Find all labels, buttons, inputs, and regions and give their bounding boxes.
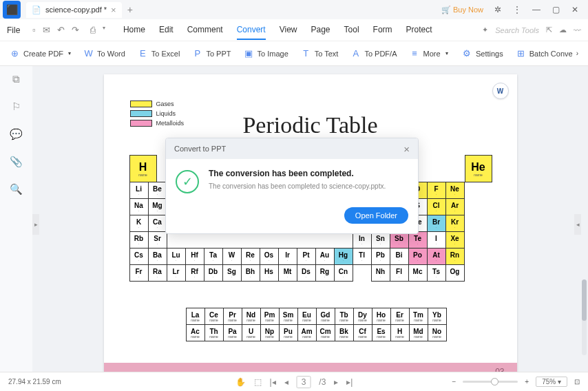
create-pdf-button[interactable]: ⊕Create PDF▾	[8, 45, 72, 61]
element-H: Hname	[129, 155, 157, 182]
close-tab-icon[interactable]: ×	[111, 5, 116, 15]
lanthanide-block: LanameCenamePrnameNdnamePmnameSmnameEuna…	[187, 308, 447, 341]
more-button[interactable]: ≡More▾	[408, 45, 449, 61]
element-Ir: Ir·	[278, 248, 297, 265]
batch-convert-button[interactable]: ⊞Batch Conve›	[514, 45, 580, 61]
zoom-thumb[interactable]	[491, 378, 498, 385]
help-icon[interactable]: 〰	[574, 26, 581, 34]
document-tab[interactable]: 📄 science-copy.pdf * ×	[26, 2, 122, 18]
save-icon[interactable]: ▫	[32, 25, 36, 35]
page-number: 03	[495, 367, 504, 372]
menu-convert[interactable]: Convert	[237, 21, 266, 40]
menu-tool[interactable]: Tool	[344, 21, 359, 40]
element-Gd: Gdname	[316, 308, 335, 325]
menu-comment[interactable]: Comment	[187, 21, 223, 40]
open-folder-button[interactable]: Open Folder	[344, 207, 408, 224]
zoom-slider[interactable]	[463, 381, 518, 383]
toolbar: ⊕Create PDF▾ WTo Word ETo Excel PTo PPT …	[0, 41, 588, 66]
element-Nd: Ndname	[242, 308, 261, 325]
page-footer: 03	[104, 363, 517, 372]
element-Kr: Kr·	[445, 215, 465, 232]
element-Mc: Mc·	[408, 264, 428, 282]
page-input[interactable]: 3	[297, 376, 311, 388]
element-Sm: Smname	[279, 308, 298, 325]
element-Tl: Tl·	[353, 248, 372, 265]
last-page-icon[interactable]: ▸|	[346, 377, 353, 387]
pdf-icon: 📄	[32, 6, 41, 14]
search-tools-input[interactable]: Search Tools	[495, 26, 539, 34]
hand-tool-icon[interactable]: ✋	[235, 377, 246, 387]
element-Os: Os·	[260, 248, 279, 265]
element-Rf: Rf·	[185, 264, 204, 282]
minimize-icon[interactable]: —	[532, 5, 541, 14]
more-icon: ≡	[409, 48, 419, 59]
gear-icon: ⚙	[462, 48, 472, 59]
menu-home[interactable]: Home	[123, 21, 145, 40]
zoom-percent[interactable]: 75% ▾	[536, 377, 567, 387]
element-Fr: Fr·	[129, 264, 149, 282]
to-excel-button[interactable]: ETo Excel	[136, 45, 182, 61]
prev-page-icon[interactable]: ◂	[284, 377, 288, 387]
close-window-icon[interactable]: ✕	[570, 5, 580, 14]
search-icon[interactable]: 🔍	[10, 183, 23, 196]
bookmark-icon[interactable]: ⚐	[12, 101, 21, 113]
menu-protect[interactable]: Protect	[406, 21, 432, 40]
zoom-out-icon[interactable]: −	[452, 378, 456, 385]
to-pdfa-button[interactable]: ATo PDF/A	[349, 45, 398, 61]
fit-icon[interactable]: ⊡	[574, 378, 580, 385]
to-ppt-button[interactable]: PTo PPT	[191, 45, 232, 61]
menu-page[interactable]: Page	[311, 21, 330, 40]
element-Ho: Honame	[372, 308, 391, 325]
element-At: At·	[427, 248, 446, 265]
page-dimensions: 27.94 x 21.59 cm	[8, 378, 61, 385]
element-Lr: Lr·	[167, 264, 186, 282]
thumbnails-icon[interactable]: ⧉	[12, 73, 20, 85]
file-menu[interactable]: File	[7, 25, 20, 35]
excel-icon: E	[138, 48, 148, 59]
undo-icon[interactable]: ↶	[57, 25, 65, 35]
redo-icon[interactable]: ↷	[72, 25, 79, 35]
dialog-close-icon[interactable]: ×	[403, 143, 410, 155]
element-W: W·	[222, 248, 242, 265]
zoom-in-icon[interactable]: +	[525, 378, 529, 385]
attachment-icon[interactable]: 📎	[10, 156, 23, 168]
print-icon[interactable]: ⎙	[90, 25, 96, 35]
tab-filename: science-copy.pdf *	[45, 6, 107, 14]
element-Hg: Hg·	[334, 248, 353, 265]
element-Th: Thname	[204, 324, 224, 341]
menu-icon[interactable]: ⋮	[512, 5, 522, 14]
pdfa-icon: A	[350, 48, 361, 59]
to-image-button[interactable]: ▣To Image	[242, 45, 290, 61]
image-icon: ▣	[244, 48, 254, 59]
element-Hf: Hf·	[185, 248, 204, 265]
cloud-icon[interactable]: ☁	[559, 25, 567, 34]
first-page-icon[interactable]: |◂	[270, 377, 276, 387]
mail-icon[interactable]: ✉	[43, 25, 50, 35]
wand-icon[interactable]: ✦	[482, 25, 488, 34]
element-Db: Db·	[204, 264, 223, 282]
menu-edit[interactable]: Edit	[159, 21, 174, 40]
next-page-icon[interactable]: ▸	[334, 377, 338, 387]
to-word-button[interactable]: WTo Word	[82, 45, 127, 61]
maximize-icon[interactable]: ▢	[551, 5, 560, 14]
menu-form[interactable]: Form	[373, 21, 392, 40]
select-tool-icon[interactable]: ⬚	[254, 377, 262, 387]
buy-now-link[interactable]: 🛒 Buy Now	[441, 6, 483, 14]
menubar: File ▫ ✉ ↶ ↷ ⎙ ▾ HomeEditCommentConvertV…	[0, 19, 588, 41]
print-dropdown-icon[interactable]: ▾	[103, 25, 105, 35]
gift-icon[interactable]: ✲	[493, 5, 503, 14]
new-tab-button[interactable]: +	[127, 4, 133, 15]
element-Sg: Sg·	[222, 264, 242, 282]
settings-button[interactable]: ⚙Settings	[461, 45, 505, 61]
element-Ca: Ca·	[148, 215, 167, 232]
word-badge-icon[interactable]: W	[492, 83, 509, 99]
element-Ac: Acname	[186, 324, 205, 341]
element-Pa: Paname	[223, 324, 242, 341]
dialog-titlebar[interactable]: Convert to PPT ×	[166, 138, 418, 159]
dialog-title: Convert to PPT	[174, 145, 226, 153]
legend: GasesLiquidsMetalloids	[130, 101, 185, 129]
share-icon[interactable]: ⇱	[546, 25, 552, 34]
comment-icon[interactable]: 💬	[10, 128, 23, 140]
to-text-button[interactable]: TTo Text	[300, 45, 340, 61]
menu-view[interactable]: View	[280, 21, 297, 40]
